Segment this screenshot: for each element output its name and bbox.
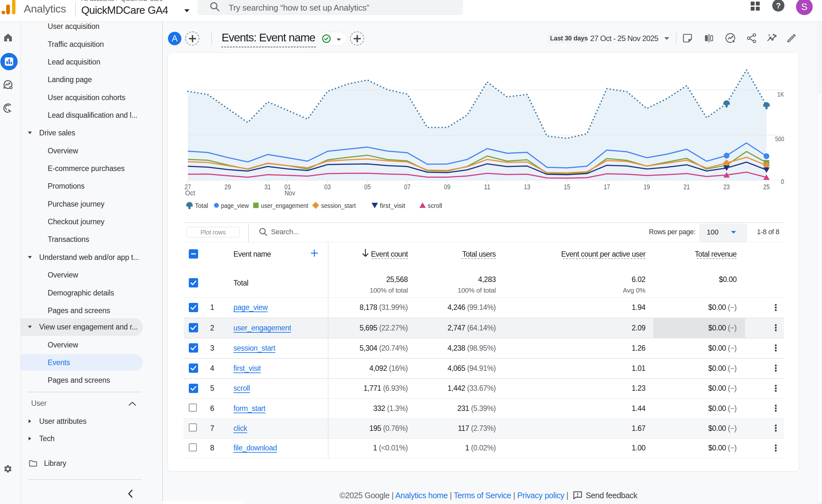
svg-text:page_view: page_view: [221, 202, 249, 209]
svg-text:?: ?: [776, 1, 781, 10]
svg-text:Total: Total: [195, 202, 208, 209]
svg-text:first_visit: first_visit: [380, 202, 405, 209]
svg-text:session_start: session_start: [321, 202, 356, 209]
svg-text:user_engagement: user_engagement: [261, 202, 308, 209]
svg-text:scroll: scroll: [428, 202, 442, 209]
svg-text:S: S: [801, 2, 807, 12]
